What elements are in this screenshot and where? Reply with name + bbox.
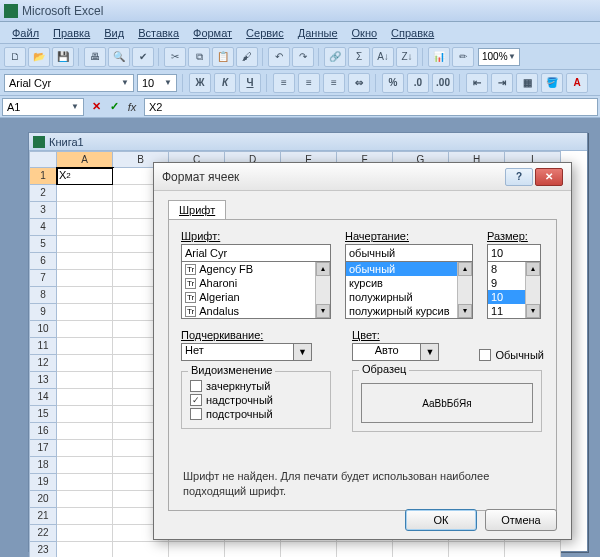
cell[interactable]	[57, 423, 113, 440]
drawing-icon[interactable]: ✏	[452, 47, 474, 67]
bold-icon[interactable]: Ж	[189, 73, 211, 93]
borders-icon[interactable]: ▦	[516, 73, 538, 93]
row-header[interactable]: 8	[29, 287, 57, 304]
checkbox-super[interactable]: ✓надстрочный	[190, 394, 322, 406]
menu-tools[interactable]: Сервис	[240, 25, 290, 41]
font-input[interactable]	[181, 244, 331, 262]
redo-icon[interactable]: ↷	[292, 47, 314, 67]
cell[interactable]	[57, 372, 113, 389]
cell[interactable]	[57, 304, 113, 321]
menu-help[interactable]: Справка	[385, 25, 440, 41]
workbook-titlebar[interactable]: Книга1	[29, 133, 587, 151]
checkbox-normal[interactable]: Обычный	[479, 349, 544, 361]
menu-file[interactable]: Файл	[6, 25, 45, 41]
row-header[interactable]: 22	[29, 525, 57, 542]
fontsize-combo[interactable]: 10▼	[137, 74, 177, 92]
fill-icon[interactable]: 🪣	[541, 73, 563, 93]
align-left-icon[interactable]: ≡	[273, 73, 295, 93]
sum-icon[interactable]: Σ	[348, 47, 370, 67]
cell[interactable]	[57, 321, 113, 338]
scrollbar[interactable]: ▴▾	[525, 262, 540, 318]
fmtpaint-icon[interactable]: 🖌	[236, 47, 258, 67]
row-header[interactable]: 6	[29, 253, 57, 270]
ok-button[interactable]: ОК	[405, 509, 477, 531]
new-icon[interactable]: 🗋	[4, 47, 26, 67]
save-icon[interactable]: 💾	[52, 47, 74, 67]
open-icon[interactable]: 📂	[28, 47, 50, 67]
cell[interactable]	[57, 236, 113, 253]
row-header[interactable]: 15	[29, 406, 57, 423]
row-header[interactable]: 5	[29, 236, 57, 253]
cell[interactable]	[57, 338, 113, 355]
cell[interactable]	[337, 542, 393, 557]
checkbox-strike[interactable]: зачеркнутый	[190, 380, 322, 392]
row-header[interactable]: 7	[29, 270, 57, 287]
preview-icon[interactable]: 🔍	[108, 47, 130, 67]
cell[interactable]	[57, 542, 113, 557]
row-header[interactable]: 18	[29, 457, 57, 474]
cell[interactable]	[393, 542, 449, 557]
col-header[interactable]: A	[57, 151, 113, 168]
dec-dec-icon[interactable]: .00	[432, 73, 454, 93]
size-input[interactable]	[487, 244, 541, 262]
list-item[interactable]: полужирный курсив	[346, 304, 472, 318]
list-item[interactable]: TrAndalus	[182, 304, 330, 318]
indent-inc-icon[interactable]: ⇥	[491, 73, 513, 93]
chart-icon[interactable]: 📊	[428, 47, 450, 67]
style-input[interactable]	[345, 244, 473, 262]
list-item[interactable]: полужирный	[346, 290, 472, 304]
row-header[interactable]: 19	[29, 474, 57, 491]
cell[interactable]	[57, 474, 113, 491]
list-item[interactable]: TrAharoni	[182, 276, 330, 290]
cell[interactable]	[505, 542, 561, 557]
inc-dec-icon[interactable]: .0	[407, 73, 429, 93]
dialog-help-button[interactable]: ?	[505, 168, 533, 186]
row-header[interactable]: 14	[29, 389, 57, 406]
cell[interactable]	[57, 491, 113, 508]
formula-input[interactable]: X2	[144, 98, 598, 116]
list-item[interactable]: TrAlgerian	[182, 290, 330, 304]
list-item[interactable]: TrAgency FB	[182, 262, 330, 276]
copy-icon[interactable]: ⧉	[188, 47, 210, 67]
confirm-edit-icon[interactable]: ✓	[105, 98, 123, 116]
sort-asc-icon[interactable]: A↓	[372, 47, 394, 67]
menu-format[interactable]: Формат	[187, 25, 238, 41]
cell[interactable]	[57, 253, 113, 270]
cell[interactable]	[225, 542, 281, 557]
align-center-icon[interactable]: ≡	[298, 73, 320, 93]
menu-window[interactable]: Окно	[346, 25, 384, 41]
row-header[interactable]: 2	[29, 185, 57, 202]
row-header[interactable]: 4	[29, 219, 57, 236]
cell[interactable]	[113, 542, 169, 557]
merge-icon[interactable]: ⇔	[348, 73, 370, 93]
tab-font[interactable]: Шрифт	[168, 200, 226, 220]
cancel-button[interactable]: Отмена	[485, 509, 557, 531]
row-header[interactable]: 11	[29, 338, 57, 355]
row-header[interactable]: 3	[29, 202, 57, 219]
print-icon[interactable]: 🖶	[84, 47, 106, 67]
cell[interactable]	[169, 542, 225, 557]
font-color-icon[interactable]: A	[566, 73, 588, 93]
cell[interactable]	[57, 525, 113, 542]
link-icon[interactable]: 🔗	[324, 47, 346, 67]
cell[interactable]	[57, 389, 113, 406]
cell[interactable]	[57, 287, 113, 304]
cell[interactable]	[57, 185, 113, 202]
cell[interactable]	[57, 440, 113, 457]
style-listbox[interactable]: обычныйкурсивполужирныйполужирный курсив…	[345, 261, 473, 319]
scrollbar[interactable]: ▴▾	[457, 262, 472, 318]
row-header[interactable]: 16	[29, 423, 57, 440]
indent-dec-icon[interactable]: ⇤	[466, 73, 488, 93]
cell[interactable]	[57, 219, 113, 236]
currency-icon[interactable]: %	[382, 73, 404, 93]
name-box[interactable]: A1▼	[2, 98, 84, 116]
underline-combo[interactable]: Нет▼	[181, 343, 312, 361]
align-right-icon[interactable]: ≡	[323, 73, 345, 93]
checkbox-sub[interactable]: подстрочный	[190, 408, 322, 420]
menu-edit[interactable]: Правка	[47, 25, 96, 41]
undo-icon[interactable]: ↶	[268, 47, 290, 67]
color-combo[interactable]: Авто▼	[352, 343, 439, 361]
italic-icon[interactable]: К	[214, 73, 236, 93]
dialog-close-button[interactable]: ✕	[535, 168, 563, 186]
font-combo[interactable]: Arial Cyr▼	[4, 74, 134, 92]
